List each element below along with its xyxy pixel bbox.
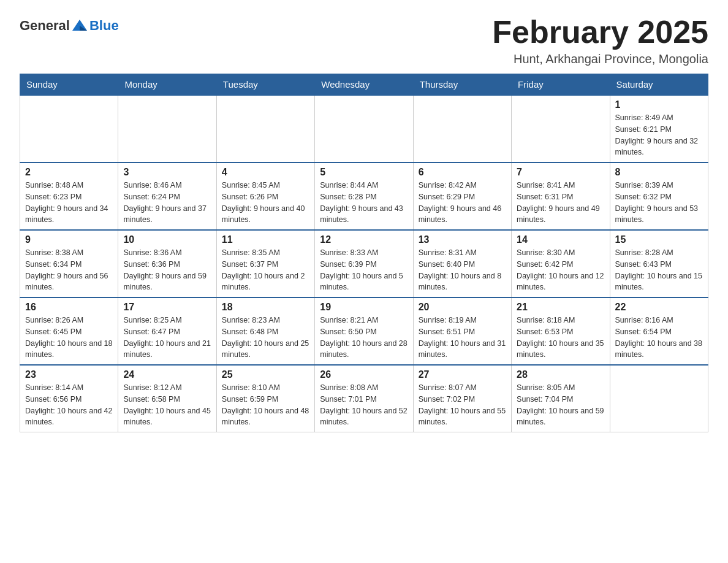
calendar-day: 13Sunrise: 8:31 AM Sunset: 6:40 PM Dayli… <box>413 230 511 297</box>
day-info: Sunrise: 8:45 AM Sunset: 6:26 PM Dayligh… <box>222 180 309 226</box>
calendar-day <box>610 365 708 432</box>
calendar-day: 3Sunrise: 8:46 AM Sunset: 6:24 PM Daylig… <box>118 163 216 230</box>
logo: General Blue <box>20 17 119 34</box>
day-info: Sunrise: 8:44 AM Sunset: 6:28 PM Dayligh… <box>320 180 408 226</box>
day-number: 9 <box>25 234 113 245</box>
calendar-day: 25Sunrise: 8:10 AM Sunset: 6:59 PM Dayli… <box>216 365 314 432</box>
calendar-day: 7Sunrise: 8:41 AM Sunset: 6:31 PM Daylig… <box>512 163 610 230</box>
logo-icon <box>71 17 88 34</box>
logo-blue-text: Blue <box>89 18 119 34</box>
calendar-table: SundayMondayTuesdayWednesdayThursdayFrid… <box>20 74 708 432</box>
day-number: 8 <box>615 167 703 178</box>
weekday-header-thursday: Thursday <box>413 74 511 96</box>
weekday-header-tuesday: Tuesday <box>216 74 314 96</box>
day-info: Sunrise: 8:07 AM Sunset: 7:02 PM Dayligh… <box>419 382 506 428</box>
logo-general-text: General <box>20 18 70 34</box>
day-info: Sunrise: 8:23 AM Sunset: 6:48 PM Dayligh… <box>222 315 309 361</box>
day-number: 1 <box>615 99 703 110</box>
day-number: 5 <box>320 167 408 178</box>
day-number: 11 <box>222 234 309 245</box>
day-number: 25 <box>222 369 309 380</box>
calendar-day <box>20 95 118 163</box>
calendar-day: 11Sunrise: 8:35 AM Sunset: 6:37 PM Dayli… <box>216 230 314 297</box>
day-info: Sunrise: 8:36 AM Sunset: 6:36 PM Dayligh… <box>123 247 211 293</box>
day-number: 3 <box>123 167 211 178</box>
calendar-day <box>512 95 610 163</box>
day-info: Sunrise: 8:31 AM Sunset: 6:40 PM Dayligh… <box>419 247 506 293</box>
calendar-day: 22Sunrise: 8:16 AM Sunset: 6:54 PM Dayli… <box>610 297 708 365</box>
day-number: 21 <box>517 302 604 313</box>
calendar-day: 9Sunrise: 8:38 AM Sunset: 6:34 PM Daylig… <box>20 230 118 297</box>
calendar-day: 2Sunrise: 8:48 AM Sunset: 6:23 PM Daylig… <box>20 163 118 230</box>
day-info: Sunrise: 8:16 AM Sunset: 6:54 PM Dayligh… <box>615 315 703 361</box>
calendar-day: 21Sunrise: 8:18 AM Sunset: 6:53 PM Dayli… <box>512 297 610 365</box>
day-info: Sunrise: 8:12 AM Sunset: 6:58 PM Dayligh… <box>123 382 211 428</box>
day-info: Sunrise: 8:26 AM Sunset: 6:45 PM Dayligh… <box>25 315 113 361</box>
day-info: Sunrise: 8:46 AM Sunset: 6:24 PM Dayligh… <box>123 180 211 226</box>
day-number: 22 <box>615 302 703 313</box>
day-info: Sunrise: 8:05 AM Sunset: 7:04 PM Dayligh… <box>517 382 604 428</box>
day-info: Sunrise: 8:39 AM Sunset: 6:32 PM Dayligh… <box>615 180 703 226</box>
day-info: Sunrise: 8:10 AM Sunset: 6:59 PM Dayligh… <box>222 382 309 428</box>
weekday-header-saturday: Saturday <box>610 74 708 96</box>
day-info: Sunrise: 8:42 AM Sunset: 6:29 PM Dayligh… <box>419 180 506 226</box>
day-number: 2 <box>25 167 113 178</box>
day-info: Sunrise: 8:25 AM Sunset: 6:47 PM Dayligh… <box>123 315 211 361</box>
day-number: 14 <box>517 234 604 245</box>
day-number: 17 <box>123 302 211 313</box>
calendar-day: 28Sunrise: 8:05 AM Sunset: 7:04 PM Dayli… <box>512 365 610 432</box>
location-title: Hunt, Arkhangai Province, Mongolia <box>492 52 708 66</box>
day-info: Sunrise: 8:21 AM Sunset: 6:50 PM Dayligh… <box>320 315 408 361</box>
calendar-day: 6Sunrise: 8:42 AM Sunset: 6:29 PM Daylig… <box>413 163 511 230</box>
day-number: 4 <box>222 167 309 178</box>
day-info: Sunrise: 8:48 AM Sunset: 6:23 PM Dayligh… <box>25 180 113 226</box>
weekday-header-monday: Monday <box>118 74 216 96</box>
day-number: 16 <box>25 302 113 313</box>
calendar-day: 19Sunrise: 8:21 AM Sunset: 6:50 PM Dayli… <box>315 297 413 365</box>
calendar-day <box>413 95 511 163</box>
day-info: Sunrise: 8:14 AM Sunset: 6:56 PM Dayligh… <box>25 382 113 428</box>
day-info: Sunrise: 8:28 AM Sunset: 6:43 PM Dayligh… <box>615 247 703 293</box>
calendar-day <box>315 95 413 163</box>
day-number: 26 <box>320 369 408 380</box>
calendar-day: 14Sunrise: 8:30 AM Sunset: 6:42 PM Dayli… <box>512 230 610 297</box>
calendar-day: 27Sunrise: 8:07 AM Sunset: 7:02 PM Dayli… <box>413 365 511 432</box>
day-number: 15 <box>615 234 703 245</box>
day-info: Sunrise: 8:08 AM Sunset: 7:01 PM Dayligh… <box>320 382 408 428</box>
month-title: February 2025 <box>492 15 708 50</box>
calendar-day: 16Sunrise: 8:26 AM Sunset: 6:45 PM Dayli… <box>20 297 118 365</box>
calendar-day: 8Sunrise: 8:39 AM Sunset: 6:32 PM Daylig… <box>610 163 708 230</box>
calendar-day <box>118 95 216 163</box>
day-number: 12 <box>320 234 408 245</box>
day-info: Sunrise: 8:33 AM Sunset: 6:39 PM Dayligh… <box>320 247 408 293</box>
calendar-day: 23Sunrise: 8:14 AM Sunset: 6:56 PM Dayli… <box>20 365 118 432</box>
calendar-day: 12Sunrise: 8:33 AM Sunset: 6:39 PM Dayli… <box>315 230 413 297</box>
day-number: 13 <box>419 234 506 245</box>
day-info: Sunrise: 8:41 AM Sunset: 6:31 PM Dayligh… <box>517 180 604 226</box>
day-number: 18 <box>222 302 309 313</box>
day-info: Sunrise: 8:38 AM Sunset: 6:34 PM Dayligh… <box>25 247 113 293</box>
day-info: Sunrise: 8:35 AM Sunset: 6:37 PM Dayligh… <box>222 247 309 293</box>
day-number: 7 <box>517 167 604 178</box>
calendar-week-row: 9Sunrise: 8:38 AM Sunset: 6:34 PM Daylig… <box>20 230 708 297</box>
calendar-day: 17Sunrise: 8:25 AM Sunset: 6:47 PM Dayli… <box>118 297 216 365</box>
calendar-day <box>216 95 314 163</box>
day-number: 20 <box>419 302 506 313</box>
calendar-day: 15Sunrise: 8:28 AM Sunset: 6:43 PM Dayli… <box>610 230 708 297</box>
day-info: Sunrise: 8:18 AM Sunset: 6:53 PM Dayligh… <box>517 315 604 361</box>
calendar-day: 10Sunrise: 8:36 AM Sunset: 6:36 PM Dayli… <box>118 230 216 297</box>
day-number: 27 <box>419 369 506 380</box>
page-header: General Blue February 2025 Hunt, Arkhang… <box>20 15 708 66</box>
calendar-day: 18Sunrise: 8:23 AM Sunset: 6:48 PM Dayli… <box>216 297 314 365</box>
day-number: 24 <box>123 369 211 380</box>
calendar-day: 26Sunrise: 8:08 AM Sunset: 7:01 PM Dayli… <box>315 365 413 432</box>
day-info: Sunrise: 8:19 AM Sunset: 6:51 PM Dayligh… <box>419 315 506 361</box>
day-info: Sunrise: 8:49 AM Sunset: 6:21 PM Dayligh… <box>615 112 703 158</box>
calendar-week-row: 23Sunrise: 8:14 AM Sunset: 6:56 PM Dayli… <box>20 365 708 432</box>
calendar-day: 4Sunrise: 8:45 AM Sunset: 6:26 PM Daylig… <box>216 163 314 230</box>
calendar-week-row: 1Sunrise: 8:49 AM Sunset: 6:21 PM Daylig… <box>20 95 708 163</box>
title-area: February 2025 Hunt, Arkhangai Province, … <box>492 15 708 66</box>
calendar-day: 1Sunrise: 8:49 AM Sunset: 6:21 PM Daylig… <box>610 95 708 163</box>
calendar-week-row: 2Sunrise: 8:48 AM Sunset: 6:23 PM Daylig… <box>20 163 708 230</box>
calendar-day: 24Sunrise: 8:12 AM Sunset: 6:58 PM Dayli… <box>118 365 216 432</box>
